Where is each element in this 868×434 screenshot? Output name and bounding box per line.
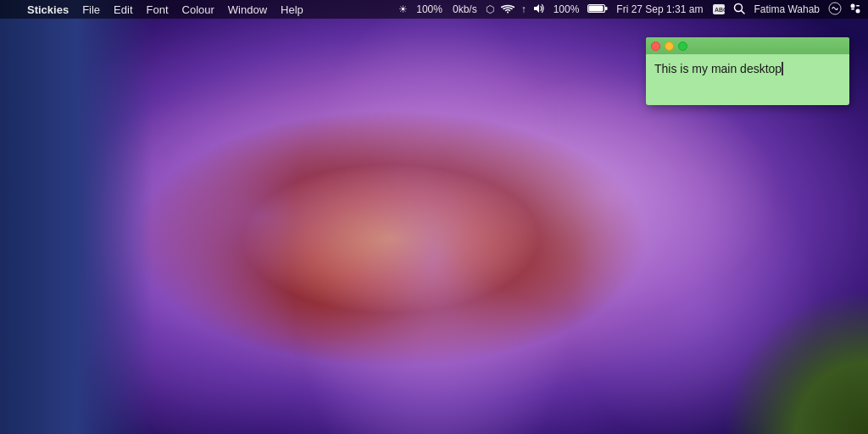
- edit-menu[interactable]: Edit: [107, 0, 139, 19]
- svg-text:ABC: ABC: [715, 7, 725, 13]
- colour-menu[interactable]: Colour: [175, 0, 221, 19]
- menubar-left: Stickies File Edit Font Colour Window He…: [3, 0, 310, 19]
- file-menu[interactable]: File: [75, 0, 107, 19]
- sticky-text: This is my main desktop: [654, 62, 782, 75]
- battery-icon: [585, 3, 610, 16]
- svg-rect-3: [589, 5, 604, 11]
- datetime[interactable]: Fri 27 Sep 1:31 am: [612, 0, 707, 19]
- wifi-icon[interactable]: [498, 3, 517, 16]
- svg-rect-12: [856, 5, 860, 7]
- text-cursor: [782, 62, 783, 75]
- blue-left-overlay: [0, 0, 153, 434]
- window-menu[interactable]: Window: [221, 0, 274, 19]
- svg-point-9: [851, 3, 855, 8]
- menubar: Stickies File Edit Font Colour Window He…: [0, 0, 868, 19]
- sticky-note: This is my main desktop: [646, 37, 849, 105]
- green-right-overlay: [698, 264, 868, 434]
- svg-rect-2: [605, 7, 608, 10]
- svg-point-10: [856, 8, 860, 13]
- upload-icon: ↑: [519, 3, 529, 15]
- apple-menu[interactable]: [3, 0, 20, 19]
- brightness-icon: ☀: [396, 3, 410, 15]
- abc-input-label[interactable]: ABC: [709, 0, 729, 19]
- bluetooth-icon[interactable]: ⬡: [483, 3, 497, 15]
- user-name: Fatima Wahab: [749, 0, 824, 19]
- sticky-text-area[interactable]: This is my main desktop: [646, 54, 849, 85]
- app-name-menu[interactable]: Stickies: [20, 0, 75, 19]
- brightness-percent: 100%: [412, 0, 447, 19]
- sticky-minimize-button[interactable]: [665, 42, 674, 51]
- network-speed: 0kb/s: [448, 0, 481, 19]
- battery-percent: 100%: [549, 0, 584, 19]
- spotlight-icon[interactable]: [731, 3, 748, 17]
- sticky-titlebar: [646, 37, 849, 54]
- volume-icon[interactable]: [531, 3, 548, 16]
- svg-rect-11: [851, 8, 854, 10]
- menubar-right: ☀ 100% 0kb/s ⬡ ↑ 100%: [396, 0, 865, 19]
- help-menu[interactable]: Help: [274, 0, 310, 19]
- control-center-icon[interactable]: [846, 2, 865, 18]
- siri-icon[interactable]: [826, 2, 844, 18]
- sticky-close-button[interactable]: [651, 42, 660, 51]
- sticky-maximize-button[interactable]: [678, 42, 687, 51]
- font-menu[interactable]: Font: [140, 0, 175, 19]
- svg-line-7: [742, 10, 745, 14]
- svg-marker-0: [534, 4, 539, 13]
